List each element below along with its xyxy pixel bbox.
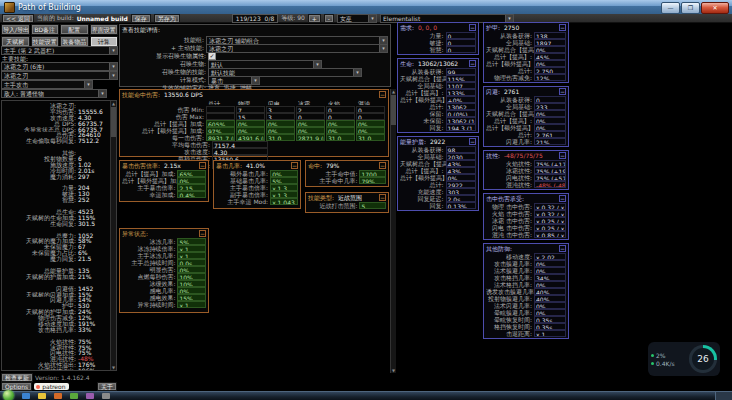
taskbar-media-icon[interactable] <box>54 393 62 399</box>
collapse-icon[interactable] <box>559 245 566 252</box>
level-up-button[interactable]: + <box>308 14 321 23</box>
build-name[interactable]: Unnamed build <box>77 15 128 22</box>
maximize-button[interactable] <box>681 2 700 14</box>
patreon-label: patreon <box>42 383 65 390</box>
calc-row-label: 明显伤害: <box>122 266 177 273</box>
panel-energy-shield: 能量护盾: 2922 从装备获得: 98 全局基础: 2030 天赋树总合【提高… <box>397 136 479 211</box>
panel-row-label: 诱发攻击躲避几率: <box>486 288 534 295</box>
calc-row-label: 冰冻几率: <box>122 238 177 245</box>
tab-button[interactable]: 导入/导出 <box>1 24 30 35</box>
panel-row-value: 133% <box>446 89 476 96</box>
calc-row-label: 主手暴击倍率: <box>216 184 270 191</box>
collapse-icon[interactable] <box>559 24 566 31</box>
panel-row-label: 冰霜抗性: <box>486 167 534 174</box>
minimize-button[interactable] <box>661 2 680 14</box>
active-skill-select[interactable]: 冰霜之刃 <box>206 44 388 53</box>
panel-row: 火焰 击中伤害: x 0.32 / x 0.32 <box>486 210 566 217</box>
collapse-icon[interactable] <box>469 138 476 145</box>
calc-row-value: 0% <box>177 177 206 184</box>
collapse-icon[interactable] <box>559 195 566 202</box>
section-value: 近战范围 <box>338 194 362 201</box>
show-desktop-button[interactable] <box>715 392 732 400</box>
usage-gauge: 26 <box>689 345 717 373</box>
panel-row-label: 格挡恢复时间: <box>486 323 534 330</box>
title-bar[interactable]: Path of Building <box>0 0 732 14</box>
hit-table-cell: 0% <box>296 127 325 134</box>
panel-row: 总计: 2,761 <box>486 131 566 138</box>
skill-part-select[interactable]: 主手攻击 <box>1 80 93 89</box>
stat-value: 252 <box>76 197 89 203</box>
hit-table-cell: 0% <box>236 120 265 127</box>
collapse-icon[interactable] <box>469 24 476 31</box>
save-as-button[interactable]: 另存为 <box>154 14 180 23</box>
hit-summary-label: 平均每击伤害: <box>122 141 212 148</box>
back-button[interactable]: << 返回 <box>2 14 34 23</box>
main-skill-part-select[interactable]: 冰霜之刃 <box>1 71 118 80</box>
panel-row-label: 总计【额外提高】: <box>400 174 446 181</box>
calc-scrollbar[interactable] <box>390 89 396 373</box>
calc-mode-select[interactable]: 暴击 <box>208 76 260 85</box>
calc-row-value: 5% <box>270 177 298 184</box>
calc-row-label: 副手暴击倍率: <box>216 191 270 198</box>
collapse-icon[interactable] <box>559 88 566 95</box>
collapse-icon[interactable] <box>559 152 566 159</box>
taskbar-app-icon[interactable] <box>70 393 78 399</box>
hit-table-cell: 0 <box>296 113 325 120</box>
collapse-icon[interactable] <box>379 194 386 201</box>
about-button[interactable]: 关于 <box>97 382 117 391</box>
sidebar-scrollbar[interactable] <box>110 101 116 370</box>
hit-table-cell: 31.0 <box>266 134 295 141</box>
calc-row-label: 主手幸运 Mod: <box>216 198 270 205</box>
collapse-icon[interactable] <box>379 91 386 98</box>
panel-row-label: 晕眩恢复时间: <box>486 316 534 323</box>
collapse-icon[interactable] <box>291 162 298 169</box>
patreon-button[interactable]: patreon <box>34 383 68 390</box>
panel-row-value: 115% <box>446 75 476 82</box>
panel-row: 法术闪避几率: 0% <box>486 302 566 309</box>
panel-row-label: 移动速度: <box>486 253 534 260</box>
taskbar-app2-icon[interactable] <box>86 393 94 399</box>
taskbar-app3-icon[interactable] <box>102 393 110 399</box>
panel-row: 闪避几率: 21% <box>486 138 566 145</box>
panel-row-value: 13062 <box>446 103 476 110</box>
check-update-button[interactable]: 检查更新 <box>1 373 33 382</box>
weapon-set-select[interactable]: 主手 (第 2 武器栏) <box>1 46 118 55</box>
panel-row-value: x 0.25 / x 0.25 <box>534 217 566 224</box>
hit-table-row-label: 伤害 Max: <box>122 113 206 120</box>
class-select[interactable]: 女巫 <box>337 14 377 23</box>
hit-table-cell: 8931.7 (每击) <box>206 134 235 141</box>
windows-taskbar[interactable] <box>0 391 732 400</box>
panel-row-value: 45% <box>534 53 566 60</box>
panel-row-value: 0 <box>446 32 476 39</box>
performance-overlay: 2% 0.4K/s 26 <box>648 342 720 376</box>
close-button[interactable] <box>701 2 729 14</box>
level-down-button[interactable]: - <box>324 14 334 23</box>
panel-row-value: 13062 (100%) <box>446 117 476 124</box>
enemy-select[interactable]: 敌人: 普通怪物 <box>1 89 107 98</box>
calc-row-value: x 1 <box>177 301 206 308</box>
tab-button[interactable]: 配置 <box>60 24 89 35</box>
collapse-icon[interactable] <box>379 162 386 169</box>
taskbar-explorer-icon[interactable] <box>38 393 46 399</box>
calc-row: 总计【额外提高】加成: 0% <box>122 177 206 184</box>
panel-row: 从装备获得: 98 <box>400 146 476 153</box>
tab-button[interactable]: BD备注 <box>31 24 60 35</box>
panel-row-value: 0 <box>534 96 566 103</box>
panel-row-value: 0% <box>534 267 566 274</box>
collapse-icon[interactable] <box>199 162 206 169</box>
panel-row: 全局基础: 233 <box>486 103 566 110</box>
start-orb-icon[interactable] <box>3 390 14 400</box>
calc-row-value: 0% <box>177 287 206 294</box>
collapse-icon[interactable] <box>469 60 476 67</box>
panel-title: 闪避: <box>486 88 500 95</box>
hit-table-cell: 3 <box>266 113 295 120</box>
tab-button[interactable]: 界面设置 <box>90 24 119 35</box>
panel-row: 总计: 13062 <box>400 103 476 110</box>
panel-row-value: 2030 <box>446 153 476 160</box>
taskbar-browser-icon[interactable] <box>22 393 30 399</box>
main-skill-select[interactable]: 冰霜之刃 (6连) <box>1 62 118 71</box>
collapse-icon[interactable] <box>199 230 206 237</box>
save-button[interactable]: 保存 <box>131 14 151 23</box>
stat-label: 冰霜抗性溢出: <box>2 368 76 371</box>
panel-row-value: 138 <box>534 32 566 39</box>
